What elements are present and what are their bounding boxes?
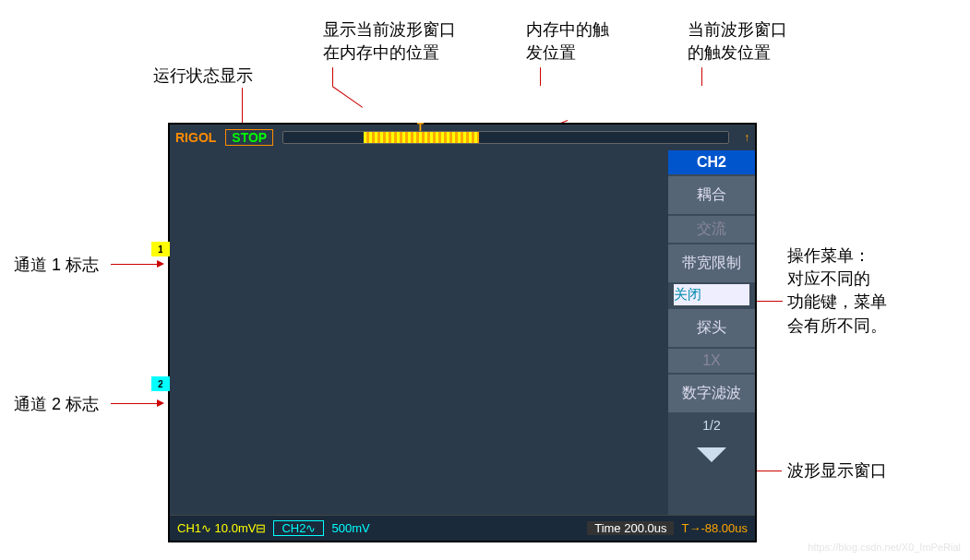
ch2-marker: 2 — [151, 376, 170, 391]
menu-coupling[interactable]: 耦合 — [668, 176, 755, 214]
annot-menu: 操作菜单： 对应不同的 功能键，菜单 会有所不同。 — [787, 244, 887, 338]
menu-bandwidth[interactable]: 带宽限制 — [668, 244, 755, 282]
menu-next-page[interactable] — [668, 438, 755, 475]
menu-bandwidth-value: 关闭 — [674, 284, 749, 305]
annot-cur-trigger: 当前波形窗口 的触发位置 — [688, 18, 787, 65]
menu-page-indicator: 1/2 — [668, 412, 755, 438]
scope-header: RIGOL STOP T ↑ — [170, 125, 755, 150]
pointer-line — [111, 264, 162, 265]
memory-bar: T — [282, 131, 729, 144]
side-menu: CH2 耦合 交流 带宽限制 关闭 探头 1X 数字滤波 1/2 — [668, 150, 755, 515]
annot-run-status: 运行状态显示 — [153, 65, 253, 88]
arrow-down-icon — [693, 444, 730, 466]
memory-trigger-marker: T — [417, 121, 424, 134]
ch1-marker: 1 — [151, 242, 170, 256]
brand-label: RIGOL — [170, 130, 222, 145]
pointer-arrow — [157, 260, 164, 268]
pointer-line — [111, 403, 162, 404]
menu-digital-filter[interactable]: 数字滤波 — [668, 375, 755, 412]
annot-ch2-marker: 通道 2 标志 — [14, 393, 99, 416]
annot-wave-window: 波形显示窗口 — [787, 459, 887, 483]
watermark: https://blog.csdn.net/X0_ImPeRial — [808, 542, 961, 553]
pointer-arrow — [157, 399, 164, 407]
trigger-slope-icon: ↑ — [738, 131, 755, 144]
pointer-line — [701, 67, 702, 86]
footer-ch2-scale: 500mV — [324, 521, 377, 535]
annot-mem-trigger: 内存中的触 发位置 — [526, 18, 609, 65]
menu-probe-value: 1X — [668, 349, 755, 373]
oscilloscope-screen: RIGOL STOP T ↑ 1 2 — [168, 123, 757, 542]
annot-mem-window: 显示当前波形窗口 在内存中的位置 — [323, 18, 456, 65]
menu-channel-header: CH2 — [668, 150, 755, 174]
footer-trigger-pos: T→-88.00us — [674, 521, 755, 535]
menu-probe[interactable]: 探头 — [668, 309, 755, 347]
pointer-line — [332, 67, 333, 86]
footer-ch1-scale: CH1∿ 10.0mV⊟ — [170, 521, 273, 535]
pointer-line — [540, 67, 541, 86]
run-status: STOP — [225, 129, 273, 146]
annot-ch1-marker: 通道 1 标志 — [14, 254, 99, 277]
pointer-line — [332, 86, 363, 108]
footer-timebase: Time 200.0us — [587, 521, 674, 535]
menu-coupling-value: 交流 — [668, 216, 755, 243]
footer-ch2-label: CH2∿ — [273, 520, 324, 536]
scope-footer: CH1∿ 10.0mV⊟ CH2∿ 500mV Time 200.0us T→-… — [170, 515, 755, 541]
pointer-line — [242, 88, 243, 125]
